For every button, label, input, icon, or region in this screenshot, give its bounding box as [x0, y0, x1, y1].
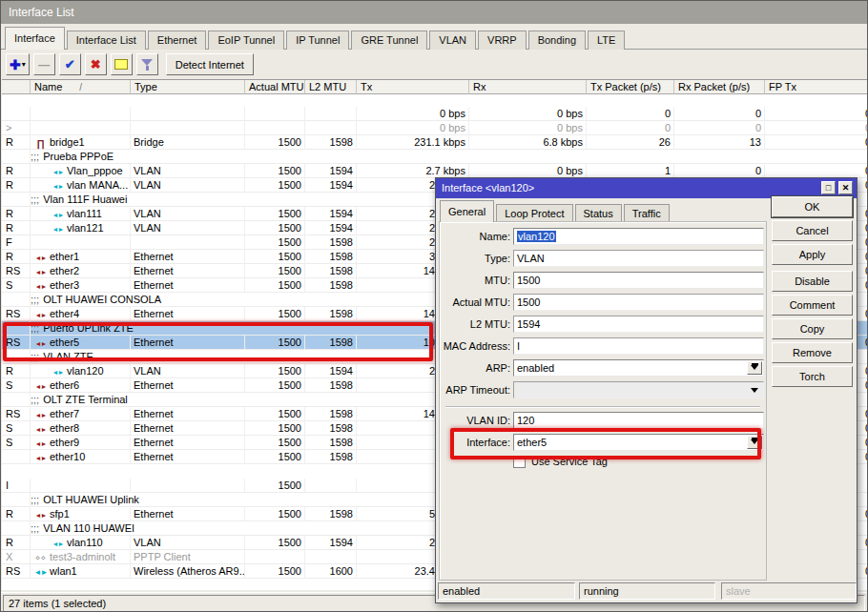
field-label: L2 MTU: [440, 316, 510, 333]
cell-amtu: 1500 [245, 336, 305, 350]
cell-amtu: 1500 [245, 364, 305, 378]
maximize-icon[interactable]: □ [821, 181, 836, 194]
disable-button[interactable]: Disable [772, 271, 853, 292]
add-button[interactable]: ✚▾ [6, 53, 30, 75]
column-header-rx[interactable]: Rx [469, 80, 587, 94]
column-header-fptx[interactable]: FP Tx [765, 80, 868, 94]
column-header-lmtu[interactable]: L2 MTU [305, 80, 357, 94]
column-header-txp[interactable]: Tx Packet (p/s) [587, 80, 674, 94]
table-row[interactable]: 0 bps0 bps000 [2, 107, 868, 121]
mtu-field[interactable]: 1500 [513, 272, 764, 289]
tab-bonding[interactable]: Bonding [528, 31, 586, 50]
copy-button[interactable]: Copy [772, 318, 853, 339]
cell-name: ◄►ether3 [31, 278, 131, 293]
cell-rxp: 0 [674, 164, 765, 178]
comment-row[interactable]: ;;;Prueba PPPoE [2, 150, 868, 164]
comment-button[interactable] [111, 53, 133, 75]
cell-amtu: 1500 [245, 164, 305, 178]
vlan-icon: ◄► [51, 180, 65, 193]
dialog-tab-status[interactable]: Status [575, 204, 622, 222]
arp-field[interactable]: enabled [513, 359, 764, 377]
row-flag [2, 107, 31, 121]
dialog-tab-traffic[interactable]: Traffic [624, 204, 670, 222]
apply-button[interactable]: Apply [772, 244, 853, 265]
vlan-id-field[interactable]: 120 [513, 412, 764, 429]
table-row[interactable]: >0 bps0 bps000 [2, 121, 868, 135]
table-row[interactable]: R◄►Vlan_pppoeVLAN150015942.7 kbps0 bps10… [2, 164, 868, 178]
cell-rx: 0 bps [469, 107, 587, 121]
combo-arrow-icon[interactable] [747, 436, 762, 449]
tab-ethernet[interactable]: Ethernet [148, 31, 207, 50]
column-header-flag[interactable] [2, 80, 31, 94]
tab-interface-list[interactable]: Interface List [67, 31, 146, 50]
remove-button[interactable]: Remove [772, 342, 853, 363]
cell-type: Ethernet [131, 421, 245, 436]
use-service-tag-checkbox[interactable] [513, 456, 526, 468]
row-flag: F [2, 235, 31, 250]
dialog-titlebar[interactable]: Interface <vlan120> [436, 178, 857, 198]
tab-lte[interactable]: LTE [588, 31, 625, 50]
dialog-tab-loop-protect[interactable]: Loop Protect [496, 204, 572, 222]
cell-amtu: 1500 [245, 450, 305, 464]
arp-timeout-field[interactable] [513, 381, 764, 398]
cell-type: Ethernet [131, 250, 245, 264]
tab-vlan[interactable]: VLAN [429, 31, 476, 50]
row-flag [2, 321, 31, 336]
combo-arrow-icon[interactable] [747, 361, 762, 375]
bridge-icon: ∏ [33, 137, 48, 150]
column-header-tx[interactable]: Tx [357, 80, 469, 94]
cell-type: Ethernet [131, 407, 245, 421]
window-titlebar[interactable]: Interface List [1, 1, 867, 24]
filter-button[interactable] [136, 53, 158, 75]
cell-amtu: 1500 [245, 378, 305, 393]
disable-button[interactable]: ✖ [85, 53, 107, 75]
vlan-icon: ◄► [51, 166, 65, 178]
detect-internet-button[interactable]: Detect Internet [166, 53, 254, 75]
tab-eoip-tunnel[interactable]: EoIP Tunnel [208, 31, 284, 50]
dropdown-arrow-icon[interactable] [751, 388, 758, 397]
cancel-button[interactable]: Cancel [772, 220, 853, 241]
table-row[interactable]: R∏bridge1Bridge15001598231.1 kbps6.8 kbp… [2, 135, 868, 150]
cross-icon: ✖ [91, 58, 101, 71]
dialog-tab-general[interactable]: General [440, 200, 494, 222]
name-field[interactable]: vlan120 [513, 228, 764, 245]
ok-button[interactable]: OK [772, 196, 853, 217]
interface-field[interactable]: ether5 [513, 434, 764, 451]
column-header-type[interactable]: Type [131, 80, 245, 94]
ethernet-icon: ◄► [33, 452, 48, 464]
tab-vrrp[interactable]: VRRP [478, 31, 527, 50]
tab-interface[interactable]: Interface [5, 27, 65, 50]
column-header-rxp[interactable]: Rx Packet (p/s) [674, 80, 765, 94]
cell-amtu: 1500 [245, 307, 305, 321]
column-header-name[interactable]: Name/ [31, 80, 131, 94]
cell-tx: 0 bps [357, 121, 469, 135]
column-header-amtu[interactable]: Actual MTU [245, 80, 305, 94]
row-flag [2, 293, 31, 307]
cell-name: ∏bridge1 [31, 135, 131, 150]
close-icon[interactable]: ✕ [838, 181, 853, 194]
cell-lmtu: 1594 [305, 221, 357, 235]
status-running: running [579, 582, 715, 600]
type-field[interactable]: VLAN [513, 250, 764, 267]
cell-type: PPTP Client [131, 550, 245, 564]
remove-button[interactable]: — [33, 53, 55, 75]
enable-button[interactable]: ✔ [59, 53, 81, 75]
mac-address-field[interactable]: I [513, 337, 764, 355]
cell-amtu [245, 550, 305, 564]
l2-mtu-field[interactable]: 1594 [513, 316, 764, 333]
comment-button[interactable]: Comment [772, 295, 853, 316]
torch-button[interactable]: Torch [772, 366, 853, 387]
cell-lmtu: 1598 [305, 250, 357, 264]
cell-name: ◄►ether9 [31, 436, 131, 450]
cell-type: Wireless (Atheros AR9... [131, 564, 245, 579]
actual-mtu-field[interactable]: 1500 [513, 294, 764, 311]
cell-lmtu: 1598 [305, 135, 357, 150]
cell-name: ◄►ether8 [31, 421, 131, 436]
pptp-icon: ⋄⋄ [33, 552, 48, 564]
cell-rxp: 13 [674, 135, 765, 150]
row-flag: RS [2, 407, 31, 421]
tab-ip-tunnel[interactable]: IP Tunnel [286, 31, 349, 50]
field-value: 1500 [517, 275, 540, 286]
tab-gre-tunnel[interactable]: GRE Tunnel [351, 31, 427, 50]
cell-amtu: 1500 [245, 178, 305, 193]
